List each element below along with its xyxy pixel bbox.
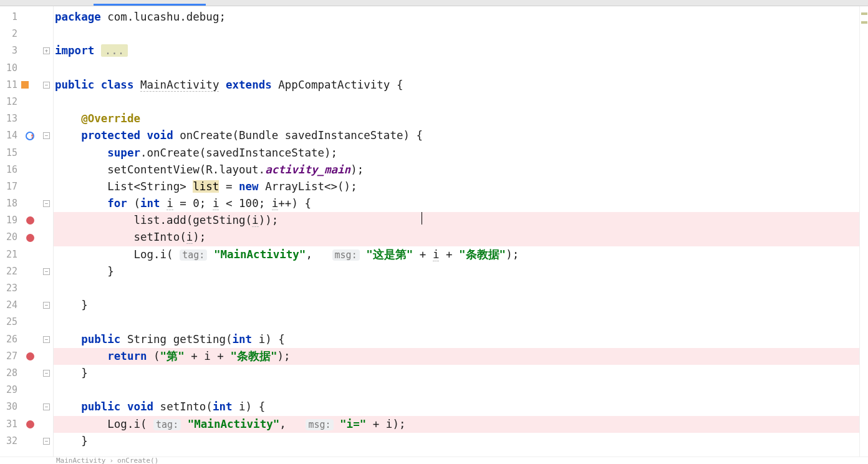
text-cursor [422, 212, 422, 225]
fold-collapse-icon[interactable]: − [43, 302, 50, 309]
line-number-gutter[interactable]: 1 2 3 10 11 12 13 14 15 16 17 18 19 20 2… [0, 6, 20, 457]
breadcrumb-class[interactable]: MainActivity [56, 457, 105, 464]
breakpoint-icon[interactable] [26, 420, 34, 428]
tab-main-activity-java[interactable] [94, 0, 206, 6]
fold-collapse-icon[interactable]: − [43, 336, 50, 343]
fold-collapse-icon[interactable]: − [43, 132, 50, 139]
fold-collapse-icon[interactable]: − [43, 370, 50, 377]
error-stripe[interactable] [859, 6, 868, 457]
fold-collapse-icon[interactable]: − [43, 438, 50, 445]
up-arrow-icon: ↑ [30, 132, 34, 140]
breakpoint-icon[interactable] [26, 234, 34, 242]
gutter-marks[interactable]: ↑ [20, 6, 40, 457]
fold-collapse-icon[interactable]: − [43, 268, 50, 275]
fold-collapse-icon[interactable]: − [43, 82, 50, 89]
tab-activity-main[interactable] [0, 0, 94, 6]
class-icon [21, 81, 29, 89]
editor: 1 2 3 10 11 12 13 14 15 16 17 18 19 20 2… [0, 6, 868, 457]
fold-gutter[interactable]: + − − − − − − − − − [40, 6, 54, 457]
stripe-mark[interactable] [861, 21, 867, 24]
code-area[interactable]: package com.lucashu.debug; import ... pu… [54, 6, 859, 457]
breadcrumb-sep: › [109, 457, 113, 464]
breakpoint-icon[interactable] [26, 352, 34, 360]
fold-collapse-icon[interactable]: − [43, 200, 50, 207]
breadcrumb-bar[interactable]: MainActivity › onCreate() [0, 457, 868, 464]
fold-collapse-icon[interactable]: − [43, 404, 50, 410]
breadcrumb-method[interactable]: onCreate() [117, 457, 158, 464]
breakpoint-icon[interactable] [26, 216, 34, 225]
tab-bar [0, 0, 868, 6]
stripe-mark[interactable] [861, 12, 867, 15]
fold-expand-icon[interactable]: + [43, 47, 50, 54]
